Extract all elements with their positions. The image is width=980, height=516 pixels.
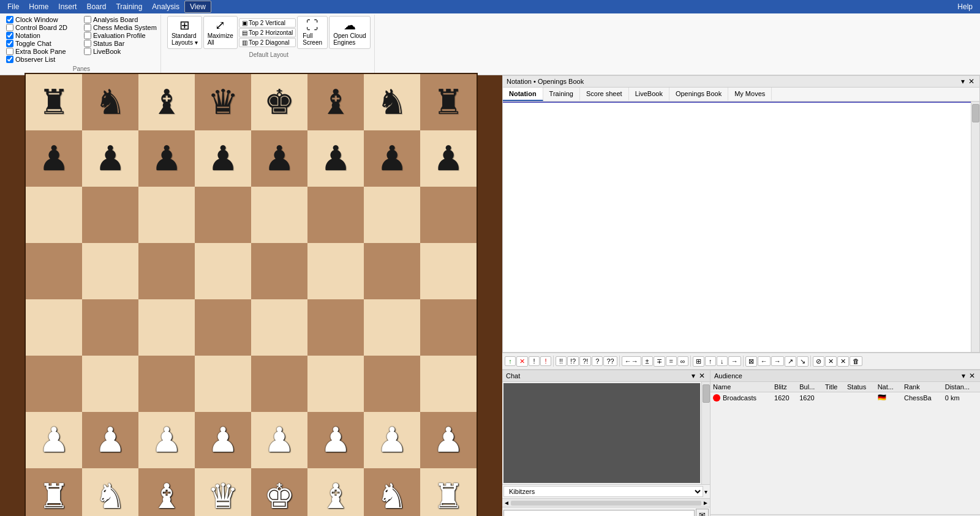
chess-square-63[interactable]: ♜ [420,468,477,517]
chess-square-48[interactable]: ♟ [26,412,82,468]
col-bul[interactable]: Bul... [797,382,823,392]
ann-grid[interactable]: ⊞ [693,356,704,367]
chat-send-btn[interactable]: ✉ [696,509,709,516]
chess-square-43[interactable] [195,356,251,412]
chess-square-18[interactable] [138,187,195,243]
audience-minimize-btn[interactable]: ▾ [960,372,967,380]
chess-square-56[interactable]: ♜ [26,468,82,517]
chess-square-45[interactable] [307,356,364,412]
chess-square-42[interactable] [138,356,195,412]
menu-view[interactable]: View [184,1,211,13]
chess-square-29[interactable] [307,243,364,299]
chess-square-34[interactable] [138,299,195,356]
standard-layouts-btn[interactable]: ⊞ StandardLayouts ▾ [167,16,202,49]
chess-square-15[interactable]: ♟ [420,130,477,187]
menu-home[interactable]: Home [24,1,53,12]
menu-analysis[interactable]: Analysis [147,1,184,12]
col-rank[interactable]: Rank [902,382,943,392]
chess-square-41[interactable] [82,356,138,412]
chess-square-62[interactable]: ♞ [364,468,420,517]
chess-square-61[interactable]: ♝ [307,468,364,517]
audience-close-btn[interactable]: ✕ [968,372,976,380]
ann-ques-excl[interactable]: ?! [579,356,591,366]
chess-square-19[interactable] [195,187,251,243]
col-blitz[interactable]: Blitz [772,382,797,392]
ann-red-x[interactable]: ✕ [516,356,528,367]
tab-training[interactable]: Training [543,88,580,101]
chess-square-53[interactable]: ♟ [307,412,364,468]
chess-square-25[interactable] [82,243,138,299]
menu-insert[interactable]: Insert [53,1,81,12]
chess-square-6[interactable]: ♞ [364,74,420,130]
menu-board[interactable]: Board [81,1,111,12]
ann-x3[interactable]: ✕ [837,356,849,367]
ann-equal[interactable]: = [666,356,677,366]
col-nat[interactable]: Nat... [875,382,902,392]
chat-input[interactable] [503,510,695,517]
fullscreen-btn[interactable]: ⛶ FullScreen [297,16,328,49]
ann-right[interactable]: → [728,356,741,366]
ribbon-check-chessmedia[interactable]: Chess Media System [84,24,157,31]
chess-square-4[interactable]: ♚ [251,74,307,130]
chess-square-49[interactable]: ♟ [82,412,138,468]
chess-square-9[interactable]: ♟ [82,130,138,187]
ann-x2[interactable]: ✕ [825,356,837,367]
tab-mymoves[interactable]: My Moves [728,88,772,101]
chess-square-31[interactable] [420,243,477,299]
menu-help[interactable]: Help [952,1,978,12]
scroll-right-btn[interactable]: ► [703,499,709,506]
ribbon-check-statusbar[interactable]: Status Bar [84,40,157,47]
kibitzers-select[interactable]: Kibitzers [503,486,703,497]
tab-openingsbook[interactable]: Openings Book [669,88,728,101]
audience-row-0[interactable]: Broadcasts16201620🇩🇪ChessBa0 km [710,392,980,403]
chess-square-37[interactable] [307,299,364,356]
ribbon-check-notation[interactable]: Notation [6,32,79,39]
chess-square-30[interactable] [364,243,420,299]
open-cloud-btn[interactable]: ☁ Open CloudEngines [329,16,370,49]
chess-square-40[interactable] [26,356,82,412]
chess-square-24[interactable] [26,243,82,299]
chess-square-33[interactable] [82,299,138,356]
tab-notation[interactable]: Notation [503,88,543,101]
ann-circle[interactable]: ⊘ [813,356,824,367]
ann-up[interactable]: ↑ [705,356,716,366]
chess-square-38[interactable] [364,299,420,356]
chess-square-26[interactable] [138,243,195,299]
chess-square-60[interactable]: ♚ [251,468,307,517]
chess-square-44[interactable] [251,356,307,412]
ann-excl-ques[interactable]: !? [567,356,579,366]
chess-square-3[interactable]: ♛ [195,74,251,130]
col-title[interactable]: Title [823,382,845,392]
ann-plusminus[interactable]: ± [642,356,653,366]
chess-square-5[interactable]: ♝ [307,74,364,130]
ann-ques[interactable]: ? [592,356,603,366]
chess-square-50[interactable]: ♟ [138,412,195,468]
chess-square-7[interactable]: ♜ [420,74,477,130]
ribbon-check-clock[interactable]: Clock Window [6,16,79,23]
chat-minimize-btn[interactable]: ▾ [690,372,696,380]
chess-square-46[interactable] [364,356,420,412]
ribbon-check-extrabook[interactable]: Extra Book Pane [6,48,79,55]
ann-inf[interactable]: ∞ [677,356,688,366]
ann-right2[interactable]: → [771,356,784,366]
notation-scrollbar[interactable] [971,102,979,352]
chess-square-28[interactable] [251,243,307,299]
notation-scrollthumb[interactable] [972,104,979,122]
notation-close-btn[interactable]: ✕ [967,77,976,86]
ribbon-check-livebook[interactable]: LiveBook [84,48,157,55]
ann-green-arrow[interactable]: ↑ [505,356,516,366]
chess-square-58[interactable]: ♝ [138,468,195,517]
chess-square-23[interactable] [420,187,477,243]
chat-scrollbar-v[interactable] [701,382,710,484]
chess-square-14[interactable]: ♟ [364,130,420,187]
chess-square-16[interactable] [26,187,82,243]
chess-board[interactable]: ♜♞♝♛♚♝♞♜♟♟♟♟♟♟♟♟♟♟♟♟♟♟♟♟♜♞♝♛♚♝♞♜ [24,73,478,517]
ann-down[interactable]: ↓ [717,356,728,366]
ann-ne[interactable]: ↗ [785,356,796,367]
chess-square-13[interactable]: ♟ [307,130,364,187]
chat-close-btn[interactable]: ✕ [698,372,706,380]
col-dist[interactable]: Distan... [943,382,980,392]
ann-left2[interactable]: ← [758,356,771,366]
h-scroll-track[interactable] [511,501,701,506]
ann-se[interactable]: ↘ [797,356,809,367]
